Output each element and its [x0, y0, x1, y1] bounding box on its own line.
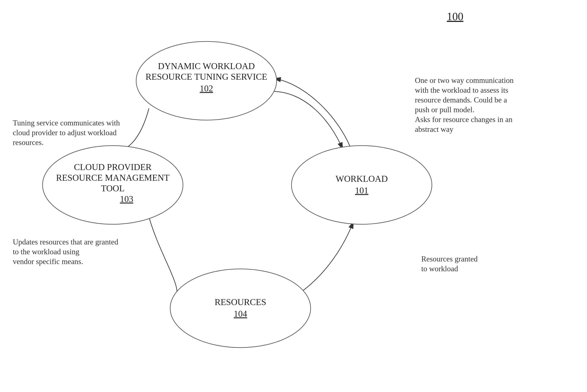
node-tuning-label-2: RESOURCE TUNING SERVICE	[146, 72, 267, 82]
diagram-container: 100 DYNAMIC WORKLOAD RESOURCE TUNING SER…	[0, 0, 587, 392]
node-resources	[170, 269, 311, 348]
arrow-tuning-to-cloud	[116, 108, 149, 150]
node-cloud-num: 103	[120, 194, 133, 204]
arrow-cloud-to-resources	[149, 217, 177, 298]
node-cloud-label-3: TOOL	[101, 184, 124, 193]
figure-number: 100	[447, 10, 463, 22]
node-resources-num: 104	[234, 309, 247, 319]
arrow-resources-to-workload	[302, 222, 353, 291]
annotation-left-bottom: Updates resources that are granted to th…	[13, 238, 120, 266]
annotation-right-bottom: Resources granted to workload	[421, 255, 480, 273]
node-workload	[291, 146, 432, 224]
node-tuning-num: 102	[200, 84, 213, 93]
node-resources-label: RESOURCES	[215, 297, 266, 307]
node-tuning-label-1: DYNAMIC WORKLOAD	[158, 61, 255, 71]
arrow-tuning-to-workload	[272, 92, 343, 149]
node-workload-label: WORKLOAD	[336, 174, 388, 184]
annotation-left-top: Tuning service communicates with cloud p…	[13, 118, 122, 147]
node-cloud-label-2: RESOURCE MANAGEMENT	[56, 173, 169, 182]
arrow-workload-to-tuning	[274, 79, 351, 149]
node-cloud-label-1: CLOUD PROVIDER	[74, 162, 151, 172]
node-workload-num: 101	[355, 186, 369, 195]
annotation-right-top: One or two way communication with the wo…	[415, 76, 515, 134]
